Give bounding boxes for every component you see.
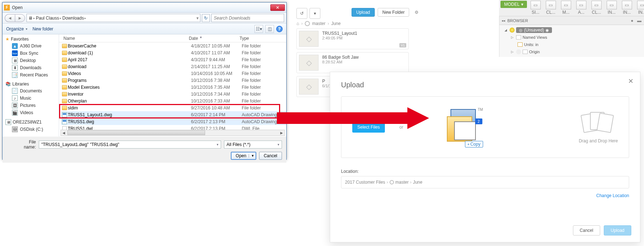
view-menu[interactable]: ☷▾	[254, 25, 263, 33]
organize-menu[interactable]: Organize	[6, 26, 28, 32]
side-box[interactable]: boxBox Sync	[3, 50, 59, 57]
file-row[interactable]: Programs10/12/2016 7:38 AMFile folder	[61, 77, 286, 84]
downloads-icon: ⬇	[12, 65, 18, 71]
horizontal-scrollbar[interactable]: ◄ ►	[61, 130, 285, 136]
filename-input-wrap[interactable]: ▾	[39, 141, 221, 149]
libraries-group[interactable]: 📚Libraries	[3, 81, 59, 87]
file-row[interactable]: BrowserCache4/18/2017 10:05 AMFile folde…	[61, 42, 286, 49]
change-location-link[interactable]: Change Location	[596, 193, 629, 198]
side-desktop[interactable]: 🖥Desktop	[3, 57, 59, 64]
scroll-right-icon[interactable]: ►	[279, 130, 284, 135]
file-row[interactable]: Inventor10/12/2016 7:34 AMFile folder	[61, 91, 286, 97]
file-row[interactable]: Model Exercises10/12/2016 7:35 AMFile fo…	[61, 84, 286, 91]
visibility-icon[interactable]	[510, 28, 515, 33]
collapse-left-icon[interactable]: ◂◂	[502, 19, 505, 22]
upload-submit-button[interactable]: Upload	[604, 225, 631, 235]
new-folder-button[interactable]: New folder	[33, 26, 53, 32]
tree-named-views[interactable]: ▷ Named Views	[501, 34, 643, 41]
side-pictures[interactable]: 🖼Pictures	[3, 102, 59, 109]
cancel-button[interactable]: Cancel	[259, 152, 282, 160]
side-documents[interactable]: 📄Documents	[3, 87, 59, 95]
col-type[interactable]: Type	[237, 36, 286, 41]
ribbon-button[interactable]: ▭CL...	[544, 1, 558, 15]
file-row[interactable]: download (1)4/10/2017 11:07 AMFile folde…	[61, 49, 286, 56]
upload-button[interactable]: Upload	[352, 8, 375, 17]
file-row[interactable]: download2/14/2017 11:25 AMFile folder	[61, 63, 286, 70]
ribbon-button[interactable]: ▭IN...	[620, 1, 634, 15]
file-date: 9/27/2016 10:48 AM	[191, 105, 242, 111]
ribbon-button[interactable]: ▭IN...	[604, 1, 619, 15]
panel-menu-icon[interactable]: ●	[630, 18, 635, 23]
side-recent[interactable]: 📑Recent Places	[3, 71, 59, 79]
upload-cancel-button[interactable]: Cancel	[573, 225, 600, 235]
ribbon-button[interactable]: ▭CL...	[589, 1, 604, 15]
back-button[interactable]: ◄	[5, 14, 15, 22]
file-filter-dropdown[interactable]: All Files (*.*) ▾	[224, 141, 282, 149]
component-pill[interactable]: ◎ (Unsaved) ◉	[516, 27, 552, 33]
titlebar[interactable]: F Open ✕	[3, 3, 286, 13]
breadcrumb-dropdown[interactable]: ▾	[196, 16, 199, 21]
forward-button[interactable]: ►	[15, 14, 25, 22]
open-button[interactable]: Open▼	[231, 152, 256, 160]
refresh-button[interactable]: ↻	[202, 14, 210, 22]
search-input[interactable]	[214, 16, 282, 21]
file-date: 10/14/2016 10:05 AM	[191, 71, 242, 76]
col-date[interactable]: Date▼	[187, 36, 237, 41]
file-row[interactable]: Otherplan10/12/2016 7:33 AMFile folder	[61, 97, 286, 104]
file-row[interactable]: TRUSS1.dwg6/2/2017 2:13 PMAutoCAD Drawin…	[61, 118, 286, 125]
breadcrumb[interactable]: 🖥 ▸ Paul Clauss ▸ Downloads ▸ ▾	[26, 14, 200, 22]
crumb-june[interactable]: June	[331, 21, 341, 26]
computer-group[interactable]: 🖥ORE2ZS8WZ1	[3, 118, 59, 126]
workspace-dropdown[interactable]: MODEL ▾	[500, 1, 527, 8]
home-icon[interactable]: ⌂	[296, 21, 299, 26]
file-row[interactable]: sldim9/27/2016 10:48 AMFile folder	[61, 104, 286, 111]
bc-seg-user[interactable]: Paul Clauss	[36, 16, 59, 21]
side-videos[interactable]: 🎬Videos	[3, 109, 59, 116]
settings-button[interactable]: ⚙	[412, 8, 421, 17]
scroll-thumb[interactable]	[67, 130, 205, 135]
search-box[interactable]	[211, 14, 284, 22]
side-music[interactable]: ♪Music	[3, 95, 59, 102]
filename-input[interactable]	[41, 142, 217, 147]
upload-dropzone[interactable]: Select Files or 2 TM + Copy Drag and Dro…	[341, 96, 629, 158]
dropdown-icon[interactable]: ▾	[217, 143, 219, 146]
side-downloads[interactable]: ⬇Downloads	[3, 64, 59, 71]
expand-icon[interactable]: ▷	[511, 36, 515, 39]
path-seg[interactable]: June	[413, 180, 422, 185]
history-button[interactable]: ↺	[296, 8, 307, 19]
side-osdisk[interactable]: ⛁OSDisk (C:)	[3, 126, 59, 133]
bc-seg-folder[interactable]: Downloads	[62, 16, 84, 21]
side-a360[interactable]: ▲A360 Drive	[3, 42, 59, 50]
tree-root[interactable]: ◢ ◎ (Unsaved) ◉	[501, 26, 643, 34]
close-icon[interactable]: ✕	[628, 77, 633, 85]
help-button[interactable]: ?	[276, 26, 283, 32]
expand-icon[interactable]: ▷	[511, 50, 515, 54]
crumb-master[interactable]: master	[312, 21, 325, 26]
tree-origin[interactable]: ▷ Origin	[501, 48, 643, 55]
ribbon-button[interactable]: ▭M...	[559, 1, 573, 15]
data-panel-item[interactable]: ◇86 Badge Soft Jaw8:28:52 AM	[296, 52, 409, 73]
scroll-left-icon[interactable]: ◄	[61, 130, 67, 135]
path-seg[interactable]: 2017 Customer Files	[345, 180, 385, 185]
ribbon-button[interactable]: ▭IN...	[635, 1, 644, 15]
tree-units[interactable]: Units: in	[501, 41, 643, 48]
file-row[interactable]: Videos10/14/2016 10:05 AMFile folder	[61, 70, 286, 77]
ribbon-button[interactable]: ▭SI...	[528, 1, 543, 15]
data-panel-item[interactable]: ◇TRUSS1_Layout12:49:05 PMV1	[296, 28, 409, 49]
panel-close-icon[interactable]: ▬	[637, 18, 642, 23]
ribbon-button[interactable]: ▭A...	[574, 1, 589, 15]
select-files-button[interactable]: Select Files	[352, 122, 385, 133]
close-button[interactable]: ✕	[270, 4, 285, 11]
split-dropdown-icon[interactable]: ▼	[249, 154, 254, 158]
path-seg[interactable]: master	[395, 180, 409, 185]
col-name[interactable]: Name	[61, 36, 187, 41]
dropdown-button[interactable]: ▾	[309, 8, 320, 19]
favorites-group[interactable]: ★Favorites	[3, 36, 59, 42]
expand-icon[interactable]: ◢	[504, 28, 508, 32]
visibility-icon[interactable]	[516, 49, 521, 54]
file-row[interactable]: April 20174/3/2017 9:44 AMFile folder	[61, 56, 286, 63]
new-folder-button[interactable]: New Folder	[378, 8, 409, 17]
file-row[interactable]: TRUSS1_Layout1.dwg6/2/2017 2:14 PMAutoCA…	[61, 111, 286, 118]
preview-pane-button[interactable]: ◫	[265, 25, 274, 33]
bc-computer-icon[interactable]: 🖥	[28, 16, 33, 21]
